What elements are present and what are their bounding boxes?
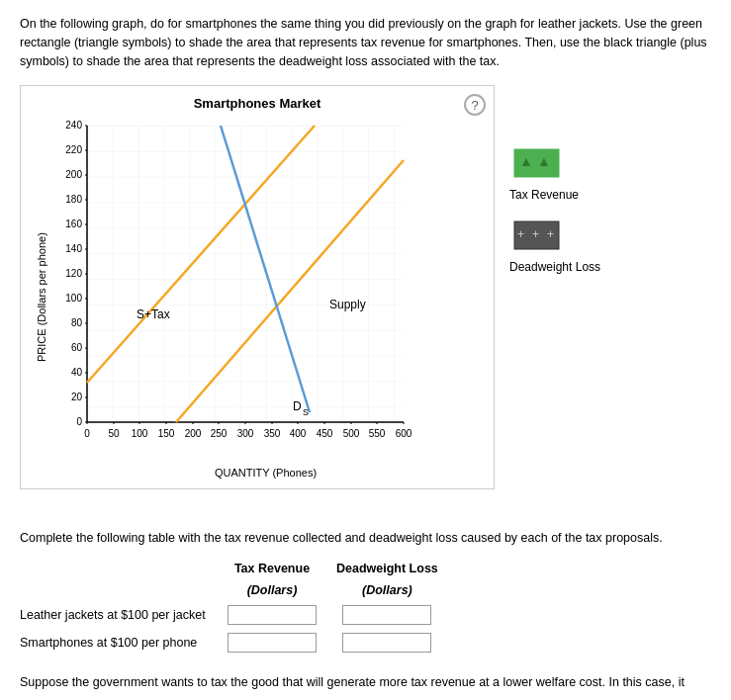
deadweight-svg: + + + — [509, 217, 564, 254]
deadweight-icon: + + + — [509, 217, 600, 257]
tax-revenue-icon: ▲ ▲ — [509, 144, 600, 185]
svg-text:120: 120 — [65, 268, 82, 279]
row-label: Leather jackets at $100 per jacket — [20, 601, 218, 629]
svg-text:0: 0 — [76, 416, 82, 427]
bottom-section: Suppose the government wants to tax the … — [20, 671, 711, 700]
svg-text:140: 140 — [65, 243, 82, 254]
table-empty-subheader — [20, 579, 218, 601]
chart-svg: 0 20 40 60 80 100 — [47, 116, 413, 472]
row-col2[interactable] — [326, 601, 448, 629]
col1-subheader: (Dollars) — [218, 579, 326, 601]
svg-rect-0 — [87, 126, 404, 422]
svg-text:400: 400 — [290, 428, 307, 439]
svg-text:550: 550 — [369, 428, 386, 439]
svg-text:200: 200 — [65, 169, 82, 180]
svg-text:250: 250 — [211, 428, 228, 439]
svg-text:+: + — [532, 227, 539, 241]
tax-revenue-svg: ▲ ▲ — [509, 144, 564, 182]
svg-text:+: + — [517, 227, 524, 241]
col2-input-1[interactable] — [342, 633, 431, 653]
y-axis-label: PRICE (Dollars per phone) — [31, 116, 47, 479]
table-empty-header — [20, 558, 218, 579]
col2-subheader: (Dollars) — [326, 579, 448, 601]
svg-text:350: 350 — [264, 428, 281, 439]
col1-header: Tax Revenue — [218, 558, 326, 579]
svg-text:40: 40 — [71, 367, 83, 378]
chart-title: Smartphones Market — [31, 96, 484, 111]
row-col1[interactable] — [218, 601, 326, 629]
svg-text:240: 240 — [65, 120, 82, 131]
svg-text:450: 450 — [317, 428, 333, 439]
col1-input-1[interactable] — [228, 633, 317, 653]
svg-text:100: 100 — [132, 428, 148, 439]
chart-inner: 0 20 40 60 80 100 — [47, 116, 484, 479]
svg-text:50: 50 — [108, 428, 120, 439]
svg-text:300: 300 — [237, 428, 254, 439]
legend-area: ▲ ▲ Tax Revenue + + + Deadweight Loss — [509, 144, 600, 274]
col2-input-0[interactable] — [342, 605, 431, 625]
svg-text:600: 600 — [396, 428, 412, 439]
table-row: Leather jackets at $100 per jacket — [20, 601, 448, 629]
deadweight-label: Deadweight Loss — [509, 260, 600, 274]
svg-text:+: + — [547, 227, 554, 241]
row-col1[interactable] — [218, 629, 326, 656]
svg-text:220: 220 — [65, 144, 82, 155]
graph-container: ? Smartphones Market PRICE (Dollars per … — [20, 85, 495, 489]
bottom-text-1: Suppose the government wants to tax the … — [20, 675, 685, 700]
col2-header: Deadweight Loss — [326, 558, 448, 579]
demand-subscript: S — [303, 407, 309, 417]
x-axis-label: QUANTITY (Phones) — [47, 467, 484, 479]
svg-text:500: 500 — [343, 428, 360, 439]
svg-text:200: 200 — [185, 428, 202, 439]
svg-text:100: 100 — [65, 293, 82, 304]
data-table: Tax Revenue Deadweight Loss (Dollars) (D… — [20, 558, 448, 656]
row-label: Smartphones at $100 per phone — [20, 629, 218, 656]
svg-text:20: 20 — [71, 392, 83, 402]
supply-label: Supply — [329, 298, 366, 311]
table-section: Complete the following table with the ta… — [20, 529, 711, 656]
table-row: Smartphones at $100 per phone — [20, 629, 448, 656]
svg-text:80: 80 — [71, 317, 83, 328]
tax-revenue-label: Tax Revenue — [509, 188, 600, 202]
table-instructions: Complete the following table with the ta… — [20, 529, 711, 548]
col1-input-0[interactable] — [228, 605, 317, 625]
row-col2[interactable] — [326, 629, 448, 656]
svg-text:150: 150 — [158, 428, 175, 439]
svg-text:60: 60 — [71, 342, 83, 353]
help-icon[interactable]: ? — [464, 94, 486, 116]
instructions-text: On the following graph, do for smartphon… — [20, 15, 711, 70]
svg-text:▲: ▲ — [537, 153, 551, 169]
demand-label: D — [293, 399, 302, 413]
stax-label: S+Tax — [137, 307, 170, 321]
svg-text:160: 160 — [65, 219, 82, 229]
svg-text:180: 180 — [65, 194, 82, 205]
svg-text:0: 0 — [84, 428, 90, 439]
svg-text:▲: ▲ — [519, 153, 533, 169]
